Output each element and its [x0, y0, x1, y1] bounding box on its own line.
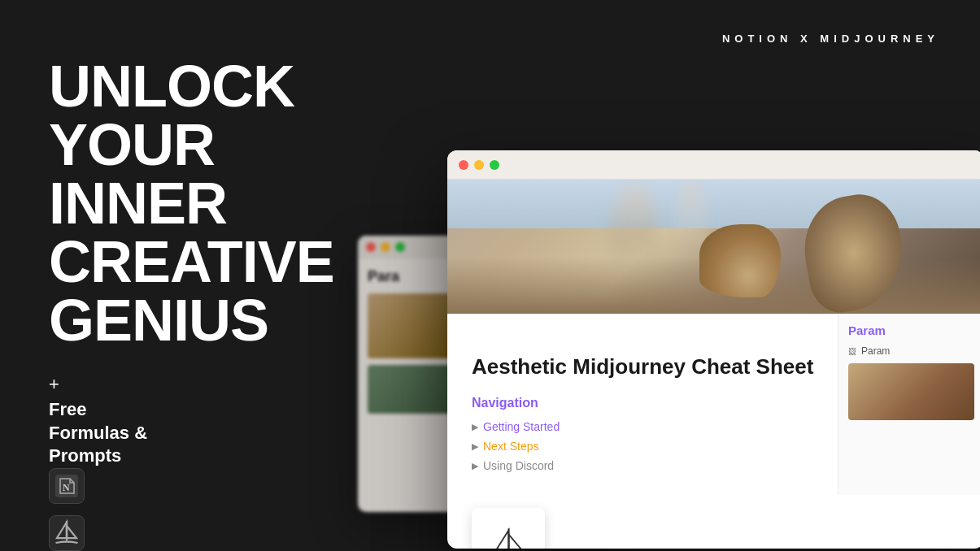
nav-arrow-1: ▶ — [472, 422, 478, 432]
organic-building — [699, 224, 781, 297]
close-dot — [366, 242, 376, 252]
windows-area: Para — [342, 0, 980, 551]
main-window-body: Aesthetic Midjourney Cheat Sheet Navigat… — [447, 314, 980, 495]
params-panel: Param 🖼 Param — [838, 314, 980, 495]
minimize-dot — [381, 242, 390, 252]
main-minimize-dot — [474, 160, 484, 170]
maximize-dot — [395, 242, 405, 252]
main-window: Aesthetic Midjourney Cheat Sheet Navigat… — [447, 150, 980, 549]
main-window-titlebar — [447, 150, 980, 180]
nav-link-using-discord[interactable]: Using Discord — [483, 459, 554, 472]
headline-line4: GENIUS — [49, 291, 382, 349]
headline-line2: YOUR INNER — [49, 115, 382, 232]
dust-column-1 — [610, 184, 659, 289]
nav-link-next-steps[interactable]: Next Steps — [483, 440, 538, 453]
params-img-icon: 🖼 — [848, 347, 856, 356]
nav-arrow-2: ▶ — [472, 441, 478, 452]
main-close-dot — [459, 160, 468, 170]
hero-icon-box — [472, 508, 545, 549]
tagline: Free Formulas & Prompts — [49, 398, 382, 468]
bottom-icons: N — [49, 468, 382, 551]
params-item: 🖼 Param — [848, 345, 974, 357]
headline: UNLOCK YOUR INNER CREATIVE GENIUS — [49, 57, 382, 349]
headline-line1: UNLOCK — [49, 57, 382, 115]
headline-line3: CREATIVE — [49, 232, 382, 291]
sky-layer — [447, 180, 980, 228]
subtitle: + Free Formulas & Prompts — [49, 374, 382, 468]
params-thumbnail — [848, 363, 974, 420]
main-maximize-dot — [490, 160, 499, 170]
nav-arrow-3: ▶ — [472, 461, 478, 471]
nav-link-getting-started[interactable]: Getting Started — [483, 420, 560, 433]
svg-text:N: N — [63, 482, 70, 493]
notion-icon: N — [49, 468, 85, 504]
plus-sign: + — [49, 374, 382, 395]
hero-image — [447, 180, 980, 314]
params-title: Param — [848, 323, 974, 337]
sail-boat-icon — [49, 515, 85, 551]
params-item-label: Param — [861, 345, 890, 357]
